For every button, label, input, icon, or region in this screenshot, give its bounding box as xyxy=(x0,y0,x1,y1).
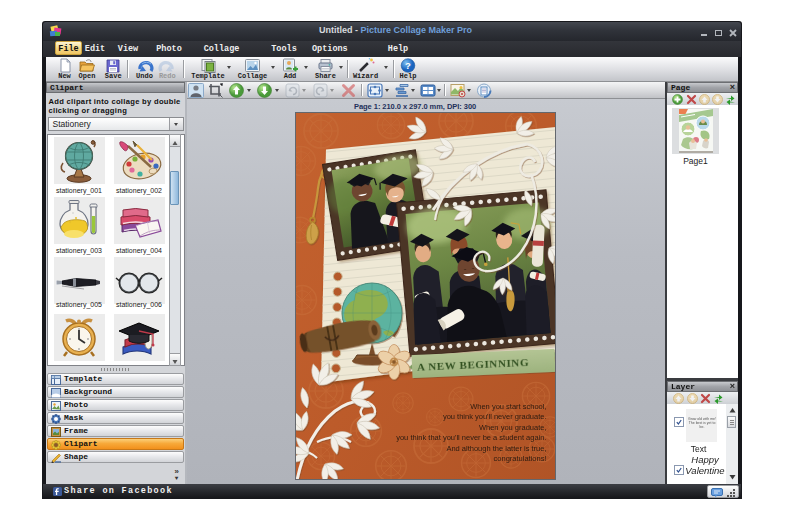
svg-text:?: ? xyxy=(405,60,411,71)
svg-text:When you graduate,: When you graduate, xyxy=(478,422,546,431)
svg-text:you think you'll never graduat: you think you'll never graduate. xyxy=(442,412,546,421)
svg-text:you think that you'll never be: you think that you'll never be a student… xyxy=(396,433,546,442)
svg-text:When you start school,: When you start school, xyxy=(470,401,546,410)
svg-text:congratulations!: congratulations! xyxy=(493,454,546,463)
svg-text:And although the latter is tru: And although the latter is true, xyxy=(446,443,546,452)
